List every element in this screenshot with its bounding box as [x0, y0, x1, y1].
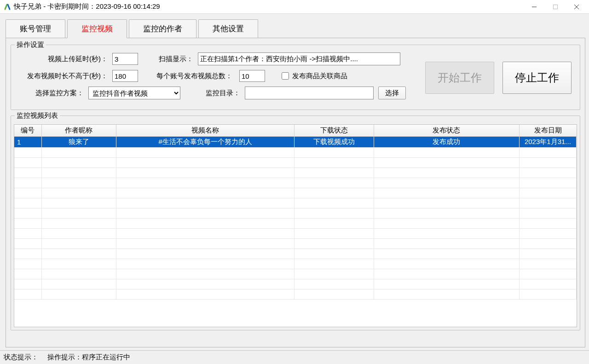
tab-account[interactable]: 账号管理: [6, 19, 65, 38]
stop-button[interactable]: 停止工作: [502, 62, 572, 94]
cell-id: 1: [14, 137, 41, 148]
col-title[interactable]: 视频名称: [116, 125, 294, 137]
tab-monitor-video[interactable]: 监控视频: [67, 19, 127, 38]
table-row[interactable]: [14, 198, 577, 208]
per-account-input[interactable]: [239, 70, 265, 82]
duration-input[interactable]: [112, 70, 138, 82]
table-row[interactable]: [14, 208, 577, 219]
scheme-label: 选择监控方案：: [16, 89, 84, 98]
status-hint: 操作提示：程序正在运行中: [47, 353, 130, 362]
cell-nick: 狼来了: [41, 137, 116, 148]
client-area: 账号管理 监控视频 监控的作者 其他设置 操作设置 视频上传延时(秒)： 扫描显…: [0, 14, 589, 350]
scan-display[interactable]: [198, 52, 400, 65]
tab-other[interactable]: 其他设置: [198, 19, 258, 38]
related-goods-label: 发布商品关联商品: [292, 72, 347, 81]
scan-label: 扫描显示：: [156, 55, 193, 64]
maximize-button[interactable]: [545, 0, 566, 13]
table-header-row: 编号 作者昵称 视频名称 下载状态 发布状态 发布日期: [14, 125, 577, 137]
table-row[interactable]: [14, 269, 577, 279]
col-publish[interactable]: 发布状态: [374, 125, 520, 137]
table-row[interactable]: [14, 239, 577, 249]
table-row[interactable]: [14, 178, 577, 188]
table-row[interactable]: [14, 158, 577, 168]
table-row[interactable]: [14, 279, 577, 289]
app-logo-icon: [4, 3, 11, 11]
table-row[interactable]: [14, 229, 577, 239]
dir-input[interactable]: [245, 87, 374, 99]
table-row[interactable]: [14, 289, 577, 300]
table-row[interactable]: [14, 148, 577, 158]
col-nick[interactable]: 作者昵称: [41, 125, 116, 137]
col-id[interactable]: 编号: [14, 125, 41, 137]
upload-delay-label: 视频上传延时(秒)：: [16, 55, 108, 64]
cell-download: 下载视频成功: [294, 137, 374, 148]
table-row[interactable]: [14, 168, 577, 178]
dir-label: 监控目录：: [203, 89, 240, 98]
upload-delay-input[interactable]: [112, 53, 138, 65]
table-row[interactable]: [14, 259, 577, 269]
title-bar: 快子兄弟 - 卡密到期时间：2023-09-16 00:14:29: [0, 0, 589, 14]
video-table: 编号 作者昵称 视频名称 下载状态 发布状态 发布日期 1 狼来了 #生活不会辜: [14, 125, 577, 300]
cell-publish: 发布成功: [374, 137, 520, 148]
cell-date: 2023年1月31...: [519, 137, 576, 148]
video-list-title: 监控视频列表: [15, 111, 60, 120]
table-row[interactable]: [14, 219, 577, 229]
status-label: 状态提示：: [4, 353, 38, 362]
video-table-wrap[interactable]: 编号 作者昵称 视频名称 下载状态 发布状态 发布日期 1 狼来了 #生活不会辜: [14, 124, 577, 327]
table-row[interactable]: 1 狼来了 #生活不会辜负每一个努力的人 下载视频成功 发布成功 2023年1月…: [14, 137, 577, 148]
close-button[interactable]: [566, 0, 587, 13]
window-title: 快子兄弟 - 卡密到期时间：2023-09-16 00:14:29: [14, 2, 160, 11]
video-list-group: 监控视频列表 编号 作者昵称 视频名称 下载状态 发布状态 发布日期: [11, 116, 580, 330]
scheme-select[interactable]: 监控抖音作者视频: [88, 87, 180, 99]
col-date[interactable]: 发布日期: [519, 125, 576, 137]
start-button[interactable]: 开始工作: [425, 62, 494, 94]
per-account-label: 每个账号发布视频总数：: [156, 72, 235, 81]
settings-group-title: 操作设置: [15, 40, 46, 49]
tab-strip: 账号管理 监控视频 监控的作者 其他设置: [6, 19, 585, 38]
svg-rect-1: [554, 5, 558, 9]
table-row[interactable]: [14, 249, 577, 259]
col-download[interactable]: 下载状态: [294, 125, 374, 137]
minimize-button[interactable]: [524, 0, 545, 13]
status-bar: 状态提示： 操作提示：程序正在运行中: [0, 350, 589, 364]
tab-body: 操作设置 视频上传延时(秒)： 扫描显示： 发布视频时长不高于(秒)：: [6, 38, 585, 347]
related-goods-checkbox[interactable]: 发布商品关联商品: [280, 71, 347, 81]
cell-title: #生活不会辜负每一个努力的人: [116, 137, 294, 148]
duration-label: 发布视频时长不高于(秒)：: [16, 72, 108, 81]
table-row[interactable]: [14, 188, 577, 198]
related-goods-checkbox-input[interactable]: [282, 72, 289, 80]
settings-group: 操作设置 视频上传延时(秒)： 扫描显示： 发布视频时长不高于(秒)：: [11, 45, 580, 110]
tab-monitor-author[interactable]: 监控的作者: [129, 19, 196, 38]
select-dir-button[interactable]: 选择: [378, 87, 406, 99]
